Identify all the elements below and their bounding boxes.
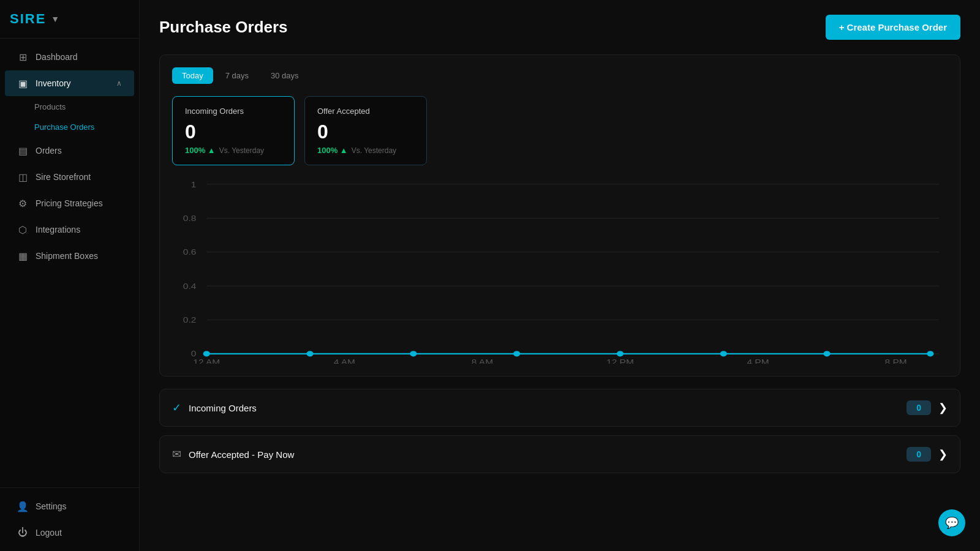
section-right-offer: 0 ❯ [907,447,948,462]
chart-svg: 1 0.8 0.6 0.4 0.2 0 [172,180,948,364]
sidebar-item-label: Orders [36,146,62,156]
incoming-check-icon: ✓ [172,401,181,414]
sidebar-item-pricing-strategies[interactable]: ⚙ Pricing Strategies [5,190,134,216]
chart-card: Today 7 days 30 days Incoming Orders 0 1… [159,54,960,377]
page-header: Purchase Orders + Create Purchase Order [159,15,960,40]
sidebar-item-sire-storefront[interactable]: ◫ Sire Storefront [5,164,134,190]
sidebar-item-inventory[interactable]: ▣ Inventory ∧ [5,70,134,96]
time-tabs: Today 7 days 30 days [172,67,948,84]
sidebar-item-label: Pricing Strategies [36,198,103,208]
stat-value-offer: 0 [317,121,414,143]
stat-card-offer-accepted: Offer Accepted 0 100% ▲ Vs. Yesterday [304,96,427,165]
sidebar-item-orders[interactable]: ▤ Orders [5,138,134,163]
sidebar-item-label: Dashboard [36,52,78,62]
sidebar-item-integrations[interactable]: ⬡ Integrations [5,217,134,242]
sidebar-item-label: Inventory [36,78,71,88]
section-left-incoming: ✓ Incoming Orders [172,401,257,414]
shipment-icon: ▦ [17,250,28,261]
chat-button[interactable]: 💬 [938,509,965,536]
stat-value-incoming: 0 [185,121,282,143]
sidebar-item-purchase-orders[interactable]: Purchase Orders [5,117,134,137]
svg-point-14 [410,351,417,356]
purchase-orders-label: Purchase Orders [34,122,94,132]
app-logo: SIRE [10,11,46,27]
svg-text:0.8: 0.8 [183,214,197,222]
pricing-icon: ⚙ [17,198,28,209]
svg-text:12 PM: 12 PM [606,358,634,364]
stat-pct-offer: 100% ▲ [317,146,348,155]
tab-today[interactable]: Today [172,67,213,84]
stats-row: Incoming Orders 0 100% ▲ Vs. Yesterday O… [172,96,948,165]
svg-point-17 [720,351,727,356]
tab-30days[interactable]: 30 days [261,67,309,84]
sidebar-item-label: Integrations [36,225,80,234]
svg-point-12 [203,351,210,356]
svg-point-13 [306,351,313,356]
chart-area: 1 0.8 0.6 0.4 0.2 0 [172,180,948,364]
section-title-incoming: Incoming Orders [189,403,257,413]
stat-meta-offer: 100% ▲ Vs. Yesterday [317,146,414,155]
svg-point-16 [617,351,624,356]
stat-pct-incoming: 100% ▲ [185,146,216,155]
incoming-count: 0 [907,400,931,415]
svg-text:12 AM: 12 AM [193,358,220,364]
integrations-icon: ⬡ [17,224,28,235]
svg-text:1: 1 [191,180,197,189]
inventory-children: Products Purchase Orders [0,97,139,137]
tab-7days[interactable]: 7 days [216,67,258,84]
incoming-orders-section: ✓ Incoming Orders 0 ❯ [159,389,960,427]
settings-icon: 👤 [17,501,28,512]
logo-area[interactable]: SIRE ▼ [0,0,139,39]
logout-icon: ⏻ [17,527,28,538]
main-content: Purchase Orders + Create Purchase Order … [140,0,980,551]
stat-label-incoming: Incoming Orders [185,107,282,116]
svg-point-18 [823,351,830,356]
sidebar-item-settings[interactable]: 👤 Settings [5,493,134,519]
sidebar-item-products[interactable]: Products [5,97,134,117]
svg-text:8 AM: 8 AM [472,358,493,364]
svg-text:0.6: 0.6 [183,248,197,257]
sidebar-item-dashboard[interactable]: ⊞ Dashboard [5,44,134,70]
svg-text:0.4: 0.4 [183,282,197,290]
offer-accepted-section: ✉ Offer Accepted - Pay Now 0 ❯ [159,435,960,473]
offer-envelope-icon: ✉ [172,448,181,461]
sidebar-item-logout[interactable]: ⏻ Logout [5,520,134,545]
storefront-icon: ◫ [17,171,28,182]
sidebar-bottom: 👤 Settings ⏻ Logout [0,487,139,551]
section-right-incoming: 0 ❯ [907,400,948,415]
stat-meta-incoming: 100% ▲ Vs. Yesterday [185,146,282,155]
logo-chevron-icon: ▼ [51,14,59,24]
create-purchase-order-button[interactable]: + Create Purchase Order [826,15,960,40]
page-title: Purchase Orders [159,18,288,37]
sidebar-item-shipment-boxes[interactable]: ▦ Shipment Boxes [5,243,134,269]
stat-vs-offer: Vs. Yesterday [352,146,396,155]
products-label: Products [34,102,66,111]
chat-icon: 💬 [945,516,959,530]
svg-text:0.2: 0.2 [183,315,197,324]
svg-text:4 AM: 4 AM [334,358,355,364]
section-title-offer: Offer Accepted - Pay Now [189,449,294,460]
svg-text:4 PM: 4 PM [747,358,769,364]
svg-text:8 PM: 8 PM [885,358,907,364]
offer-arrow-icon[interactable]: ❯ [938,448,948,461]
inventory-chevron-icon: ∧ [116,79,122,88]
sidebar: SIRE ▼ ⊞ Dashboard ▣ Inventory ∧ Product… [0,0,140,551]
orders-icon: ▤ [17,145,28,156]
svg-text:0: 0 [191,350,197,358]
settings-label: Settings [36,501,67,511]
logout-label: Logout [36,528,62,538]
sidebar-nav: ⊞ Dashboard ▣ Inventory ∧ Products Purch… [0,39,139,487]
sidebar-item-label: Shipment Boxes [36,251,98,261]
section-left-offer: ✉ Offer Accepted - Pay Now [172,448,294,461]
stat-vs-incoming: Vs. Yesterday [219,146,264,155]
stat-card-incoming-orders: Incoming Orders 0 100% ▲ Vs. Yesterday [172,96,295,165]
offer-count: 0 [907,447,931,462]
dashboard-icon: ⊞ [17,51,28,62]
sidebar-item-label: Sire Storefront [36,172,91,182]
stat-label-offer: Offer Accepted [317,107,414,116]
svg-point-19 [927,351,933,356]
inventory-icon: ▣ [17,78,28,89]
incoming-arrow-icon[interactable]: ❯ [938,401,948,414]
svg-point-15 [513,351,520,356]
